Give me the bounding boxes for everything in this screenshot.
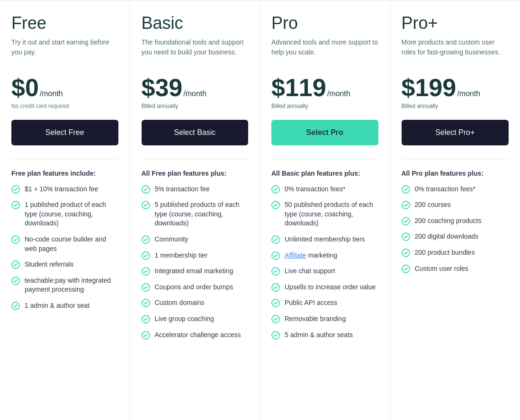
feature-item: 1 admin & author seat — [11, 301, 118, 311]
feature-item: 200 digital downloads — [402, 232, 509, 241]
check-icon — [271, 251, 280, 260]
plan-col-free: FreeTry it out and start earning before … — [0, 0, 130, 420]
price-note-pro: Billed annually — [271, 103, 378, 111]
check-icon — [11, 235, 20, 244]
feature-item: 5 published products of each type (cours… — [142, 200, 249, 228]
check-icon — [142, 235, 150, 244]
feature-item: 1 published product of each type (course… — [11, 200, 118, 228]
price-note-free: No credit card required — [11, 103, 118, 111]
feature-item: Live group coaching — [142, 314, 249, 324]
check-icon — [402, 217, 410, 225]
check-icon — [271, 267, 280, 276]
feature-text: 200 product bundles — [415, 248, 475, 258]
select-proplus-button[interactable]: Select Pro+ — [402, 120, 509, 145]
price-period-basic: /month — [183, 89, 206, 98]
feature-text: Upsells to increase order value — [285, 283, 376, 292]
check-icon — [142, 331, 150, 340]
feature-text: Custom domains — [155, 298, 205, 308]
feature-item: 200 courses — [402, 200, 509, 210]
check-icon — [271, 283, 280, 292]
feature-text: Live group coaching — [155, 314, 214, 324]
feature-text: Accelerator challenge access — [155, 331, 241, 340]
affiliate-link[interactable]: Affiliate — [285, 251, 306, 259]
price-amount-pro: $119 — [271, 75, 326, 100]
price-note-basic: Billed annually — [142, 103, 249, 111]
price-period-free: /month — [40, 89, 63, 98]
feature-item: Integrated email marketing — [142, 267, 249, 276]
feature-item: 1 membership tier — [142, 251, 249, 260]
feature-item: 200 coaching products — [402, 216, 509, 226]
feature-item: Public API access — [271, 298, 378, 308]
features-heading-pro: All Basic plan features plus: — [271, 170, 378, 177]
check-icon — [142, 299, 150, 307]
price-period-pro: /month — [327, 89, 350, 98]
feature-item: 50 published products of each type (cour… — [271, 200, 378, 228]
features-heading-proplus: All Pro plan features plus: — [402, 170, 509, 177]
check-icon — [11, 185, 20, 194]
feature-item: Custom domains — [142, 298, 249, 308]
feature-item: Custom user roles — [402, 264, 509, 274]
price-amount-proplus: $199 — [402, 75, 457, 100]
check-icon — [271, 185, 280, 194]
feature-text: 1 membership tier — [155, 251, 208, 260]
feature-item: Upsells to increase order value — [271, 283, 378, 292]
feature-list-pro: 0% transaction fees*50 published product… — [271, 185, 378, 340]
plan-name-basic: Basic — [142, 14, 249, 33]
price-note-proplus: Billed annually — [402, 103, 509, 111]
feature-text: $1 + 10% transaction fee — [25, 185, 98, 194]
feature-text: Affiliate marketing — [285, 251, 337, 260]
feature-text: Removable branding — [285, 314, 346, 324]
feature-text: 5 admin & author seats — [285, 331, 353, 340]
plan-col-pro: ProAdvanced tools and more support to he… — [260, 0, 390, 420]
feature-text: teachable:pay with integrated payment pr… — [25, 276, 118, 295]
price-amount-basic: $39 — [142, 75, 183, 100]
check-icon — [11, 277, 20, 285]
feature-text: Unlimited membership tiers — [285, 235, 365, 244]
feature-list-proplus: 0% transaction fees*200 courses200 coach… — [402, 185, 509, 274]
feature-item: 5% transaction fee — [142, 185, 249, 194]
feature-text: 0% transaction fees* — [285, 185, 345, 194]
check-icon — [271, 299, 280, 307]
price-row-proplus: $199/month — [402, 75, 509, 100]
feature-text: Custom user roles — [415, 264, 469, 274]
select-free-button[interactable]: Select Free — [11, 120, 118, 145]
price-period-proplus: /month — [457, 89, 480, 98]
plan-description-basic: The foundational tools and support you n… — [142, 37, 249, 66]
check-icon — [142, 251, 150, 260]
plan-description-pro: Advanced tools and more support to help … — [271, 37, 378, 66]
check-icon — [142, 267, 150, 276]
feature-item: Community — [142, 235, 249, 244]
feature-list-basic: 5% transaction fee5 published products o… — [142, 185, 249, 340]
feature-item: Accelerator challenge access — [142, 331, 249, 340]
check-icon — [271, 331, 280, 340]
check-icon — [402, 265, 410, 273]
check-icon — [142, 201, 150, 209]
feature-item: Unlimited membership tiers — [271, 235, 378, 244]
plan-description-proplus: More products and custom user roles for … — [402, 37, 509, 66]
feature-item: Live chat support — [271, 267, 378, 276]
feature-text: Live chat support — [285, 267, 335, 276]
plan-name-free: Free — [11, 14, 118, 33]
feature-text: Student referrals — [25, 260, 74, 269]
check-icon — [271, 235, 280, 244]
price-row-pro: $119/month — [271, 75, 378, 100]
feature-list-free: $1 + 10% transaction fee1 published prod… — [11, 185, 118, 311]
feature-item: 0% transaction fees* — [271, 185, 378, 194]
check-icon — [271, 201, 280, 209]
feature-item: teachable:pay with integrated payment pr… — [11, 276, 118, 295]
feature-text: Community — [155, 235, 188, 244]
check-icon — [402, 185, 410, 194]
check-icon — [271, 315, 280, 323]
select-basic-button[interactable]: Select Basic — [142, 120, 249, 145]
feature-text: 5% transaction fee — [155, 185, 210, 194]
features-heading-basic: All Free plan features plus: — [142, 170, 249, 177]
feature-text: 200 courses — [415, 200, 451, 210]
feature-text: 0% transaction fees* — [415, 185, 475, 194]
select-pro-button[interactable]: Select Pro — [271, 120, 378, 145]
feature-item: No-code course builder and web pages — [11, 235, 118, 253]
check-icon — [11, 201, 20, 209]
feature-item: Removable branding — [271, 314, 378, 324]
feature-text: 50 published products of each type (cour… — [285, 200, 378, 228]
feature-text: 200 digital downloads — [415, 232, 479, 241]
divider-free — [11, 159, 118, 159]
